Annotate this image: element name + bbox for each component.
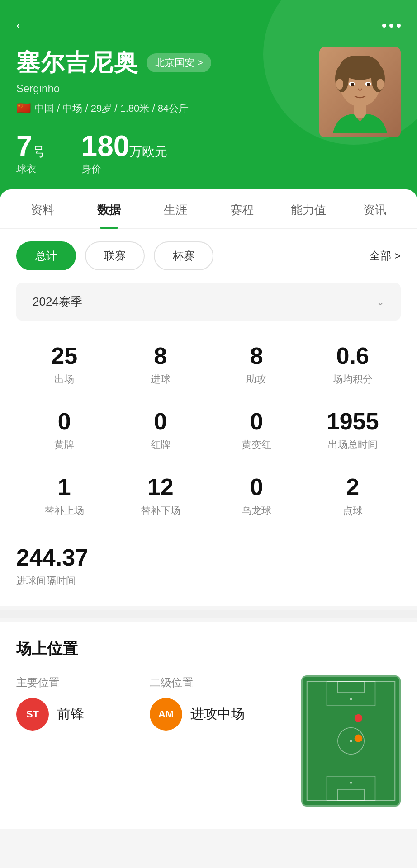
filter-row: 总计 联赛 杯赛 全部 > xyxy=(0,229,417,283)
jersey-label: 球衣 xyxy=(16,162,45,176)
total-time-value: 1955 xyxy=(305,409,401,434)
tab-shengyai[interactable]: 生涯 xyxy=(142,189,208,228)
assists-value: 8 xyxy=(208,343,305,369)
svg-point-21 xyxy=(355,714,363,722)
svg-point-22 xyxy=(355,734,363,742)
player-avatar xyxy=(319,47,401,137)
appearances-label: 出场 xyxy=(16,373,113,386)
own-goal-value: 0 xyxy=(208,474,305,500)
secondary-position-col: 二级位置 AM 进攻中场 xyxy=(150,675,283,743)
red-label: 红牌 xyxy=(113,438,209,452)
jersey-number-stat: 7号 球衣 xyxy=(16,132,45,176)
tab-nenglizhi[interactable]: 能力值 xyxy=(275,189,341,228)
svg-point-4 xyxy=(336,79,343,90)
dot1 xyxy=(382,24,386,28)
position-content: 主要位置 ST 前锋 二级位置 AM 进攻中场 xyxy=(16,675,401,807)
primary-position-name: 前锋 xyxy=(57,705,84,723)
svg-point-8 xyxy=(351,83,354,86)
sub-off-label: 替补下场 xyxy=(113,504,209,518)
svg-rect-15 xyxy=(327,681,375,706)
filter-all[interactable]: 全部 > xyxy=(370,249,401,263)
secondary-position-badge: AM xyxy=(150,698,182,731)
section-divider xyxy=(0,610,417,618)
field-position-title: 场上位置 xyxy=(16,638,401,659)
primary-position-label: 主要位置 xyxy=(16,675,150,690)
tab-shuju[interactable]: 数据 xyxy=(76,189,142,228)
football-field xyxy=(301,675,401,807)
hero-content: 塞尔吉尼奥 北京国安 > Serginho 🇨🇳 中国 / 中场 / 29岁 /… xyxy=(16,47,401,176)
primary-position-col: 主要位置 ST 前锋 xyxy=(16,675,150,743)
tabs-section: 资料 数据 生涯 赛程 能力值 资讯 总计 联赛 杯赛 全部 > 2024赛季 … xyxy=(0,189,417,606)
stats-section: 25 出场 8 进球 8 助攻 0.6 场均积分 0 黄牌 0 xyxy=(0,334,417,518)
hero-stats: 7号 球衣 180万欧元 身价 xyxy=(16,132,319,176)
goal-interval-stat: 244.37 进球间隔时间 xyxy=(0,540,417,606)
season-selector[interactable]: 2024赛季 ⌄ xyxy=(16,283,401,321)
market-value: 180万欧元 xyxy=(81,132,168,160)
name-row: 塞尔吉尼奥 北京国安 > xyxy=(16,47,319,79)
flag-icon: 🇨🇳 xyxy=(16,101,31,115)
player-name: 塞尔吉尼奥 xyxy=(16,47,138,79)
svg-point-9 xyxy=(367,83,370,86)
stat-own-goal: 0 乌龙球 xyxy=(208,474,305,517)
season-label: 2024赛季 xyxy=(33,294,82,310)
team-badge[interactable]: 北京国安 > xyxy=(147,53,211,72)
hero-info: 塞尔吉尼奥 北京国安 > Serginho 🇨🇳 中国 / 中场 / 29岁 /… xyxy=(16,47,319,176)
total-time-label: 出场总时间 xyxy=(305,438,401,452)
stat-sub-off: 12 替补下场 xyxy=(113,474,209,517)
yellow-red-label: 黄变红 xyxy=(208,438,305,452)
secondary-position-item: AM 进攻中场 xyxy=(150,698,283,731)
player-meta: 🇨🇳 中国 / 中场 / 29岁 / 1.80米 / 84公斤 xyxy=(16,101,319,115)
field-position-section: 场上位置 主要位置 ST 前锋 二级位置 AM 进攻中场 xyxy=(0,622,417,829)
secondary-position-label: 二级位置 xyxy=(150,675,283,690)
svg-rect-19 xyxy=(338,789,364,800)
more-menu-button[interactable] xyxy=(382,24,401,28)
stats-row-2: 0 黄牌 0 红牌 0 黄变红 1955 出场总时间 xyxy=(16,409,401,452)
jersey-number: 7号 xyxy=(16,132,45,160)
stat-avg-score: 0.6 场均积分 xyxy=(305,343,401,386)
tab-ziliao[interactable]: 资料 xyxy=(9,189,76,228)
chevron-down-icon: ⌄ xyxy=(376,296,384,308)
yellow-label: 黄牌 xyxy=(16,438,113,452)
stat-goals: 8 进球 xyxy=(113,343,209,386)
position-labels: 主要位置 ST 前锋 二级位置 AM 进攻中场 xyxy=(16,675,283,743)
penalty-label: 点球 xyxy=(305,504,401,518)
player-portrait xyxy=(324,56,396,137)
svg-point-14 xyxy=(350,740,352,742)
stat-penalty: 2 点球 xyxy=(305,474,401,517)
tab-zixun[interactable]: 资讯 xyxy=(341,189,408,228)
stat-total-time: 1955 出场总时间 xyxy=(305,409,401,452)
dot3 xyxy=(397,24,401,28)
filter-league[interactable]: 联赛 xyxy=(85,241,145,270)
stat-sub-on: 1 替补上场 xyxy=(16,474,113,517)
goals-value: 8 xyxy=(113,343,209,369)
tabs-row: 资料 数据 生涯 赛程 能力值 资讯 xyxy=(0,189,417,229)
yellow-red-value: 0 xyxy=(208,409,305,434)
stat-red: 0 红牌 xyxy=(113,409,209,452)
market-value-stat: 180万欧元 身价 xyxy=(81,132,168,176)
sub-off-value: 12 xyxy=(113,474,209,500)
secondary-position-name: 进攻中场 xyxy=(190,705,245,723)
svg-point-20 xyxy=(350,782,352,784)
svg-point-5 xyxy=(377,79,384,90)
tab-saicheng[interactable]: 赛程 xyxy=(208,189,275,228)
filter-total[interactable]: 总计 xyxy=(16,241,76,270)
filter-cup[interactable]: 杯赛 xyxy=(154,241,213,270)
avg-score-value: 0.6 xyxy=(305,343,401,369)
back-button[interactable]: ‹ xyxy=(16,18,20,33)
value-label: 身价 xyxy=(81,162,168,176)
appearances-value: 25 xyxy=(16,343,113,369)
stats-row-1: 25 出场 8 进球 8 助攻 0.6 场均积分 xyxy=(16,343,401,386)
sub-on-value: 1 xyxy=(16,474,113,500)
top-bar: ‹ xyxy=(16,18,401,33)
avg-score-label: 场均积分 xyxy=(305,373,401,386)
goals-label: 进球 xyxy=(113,373,209,386)
hero-section: ‹ 塞尔吉尼奥 北京国安 > Serginho 🇨🇳 中国 / 中场 / 29岁… xyxy=(0,0,417,198)
svg-rect-16 xyxy=(338,681,364,692)
svg-point-17 xyxy=(350,698,352,700)
yellow-value: 0 xyxy=(16,409,113,434)
stat-assists: 8 助攻 xyxy=(208,343,305,386)
stat-yellow-red: 0 黄变红 xyxy=(208,409,305,452)
goal-interval-label: 进球间隔时间 xyxy=(16,574,401,588)
dot2 xyxy=(389,24,393,28)
player-latin-name: Serginho xyxy=(16,82,319,95)
